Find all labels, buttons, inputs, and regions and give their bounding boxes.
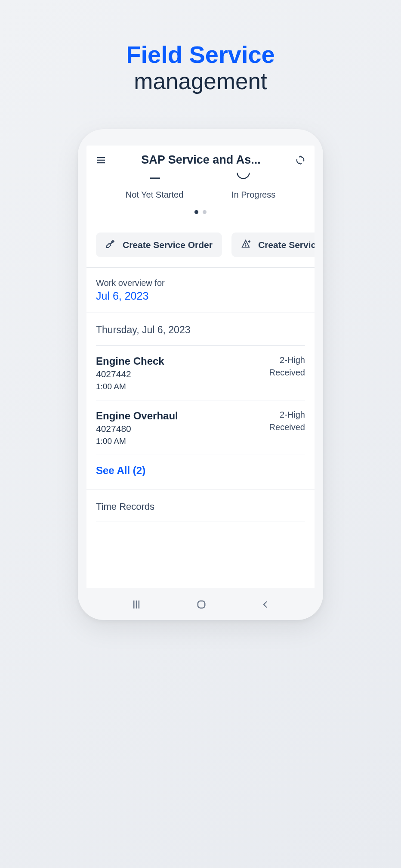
carousel-dot-2[interactable] — [203, 210, 207, 214]
sync-icon[interactable] — [296, 155, 305, 165]
back-button[interactable] — [260, 599, 271, 611]
app-screen: SAP Service and As... _◡ Not Yet Started… — [86, 146, 315, 588]
time-records-header[interactable]: Time Records — [86, 490, 315, 521]
wrench-plus-icon — [105, 239, 116, 251]
work-overview-label: Work overview for — [96, 278, 305, 288]
create-service-notification-button[interactable]: Create Service — [231, 232, 315, 257]
carousel-dots — [95, 210, 306, 214]
phone-frame: SAP Service and As... _◡ Not Yet Started… — [78, 129, 323, 620]
work-item-id: 4027442 — [96, 369, 164, 379]
menu-icon[interactable] — [96, 155, 106, 165]
work-item-status: Received — [269, 422, 305, 432]
see-all-link[interactable]: See All (2) — [86, 455, 315, 490]
work-item-id: 4027480 — [96, 424, 178, 434]
create-service-order-button[interactable]: Create Service Order — [96, 232, 222, 257]
day-header: Thursday, Jul 6, 2023 — [86, 313, 315, 345]
tab-in-progress[interactable]: In Progress — [231, 190, 275, 200]
warning-plus-icon — [241, 239, 251, 251]
work-list: Engine Check 4027442 1:00 AM 2-High Rece… — [86, 346, 315, 455]
divider — [96, 521, 305, 521]
svg-point-6 — [245, 246, 246, 247]
recent-apps-button[interactable] — [130, 598, 142, 612]
marketing-title: Field Service management — [126, 41, 275, 95]
work-item-title: Engine Check — [96, 355, 164, 367]
work-overview-date[interactable]: Jul 6, 2023 — [96, 290, 305, 302]
action-row: Create Service Order Create Service — [86, 222, 315, 267]
work-item-status: Received — [269, 368, 305, 378]
work-item[interactable]: Engine Check 4027442 1:00 AM 2-High Rece… — [86, 346, 315, 400]
status-counts-truncated: _◡ — [95, 173, 306, 180]
work-item-title: Engine Overhaul — [96, 410, 178, 422]
status-tabs: _◡ Not Yet Started In Progress — [86, 173, 315, 222]
create-service-order-label: Create Service Order — [123, 240, 213, 250]
tab-not-started[interactable]: Not Yet Started — [126, 190, 184, 200]
home-button[interactable] — [195, 598, 207, 612]
carousel-dot-1[interactable] — [194, 210, 198, 214]
work-overview-section: Work overview for Jul 6, 2023 — [86, 268, 315, 313]
svg-rect-12 — [198, 601, 205, 608]
work-item-time: 1:00 AM — [96, 437, 178, 446]
work-item[interactable]: Engine Overhaul 4027480 1:00 AM 2-High R… — [86, 400, 315, 455]
app-title: SAP Service and As... — [115, 153, 287, 167]
create-service-notification-label: Create Service — [258, 240, 315, 250]
work-item-priority: 2-High — [280, 410, 305, 420]
marketing-title-line2: management — [126, 68, 275, 95]
work-item-time: 1:00 AM — [96, 382, 164, 391]
app-header: SAP Service and As... — [86, 146, 315, 173]
marketing-title-line1: Field Service — [126, 41, 275, 68]
work-item-priority: 2-High — [280, 355, 305, 365]
android-nav-bar — [78, 598, 323, 612]
